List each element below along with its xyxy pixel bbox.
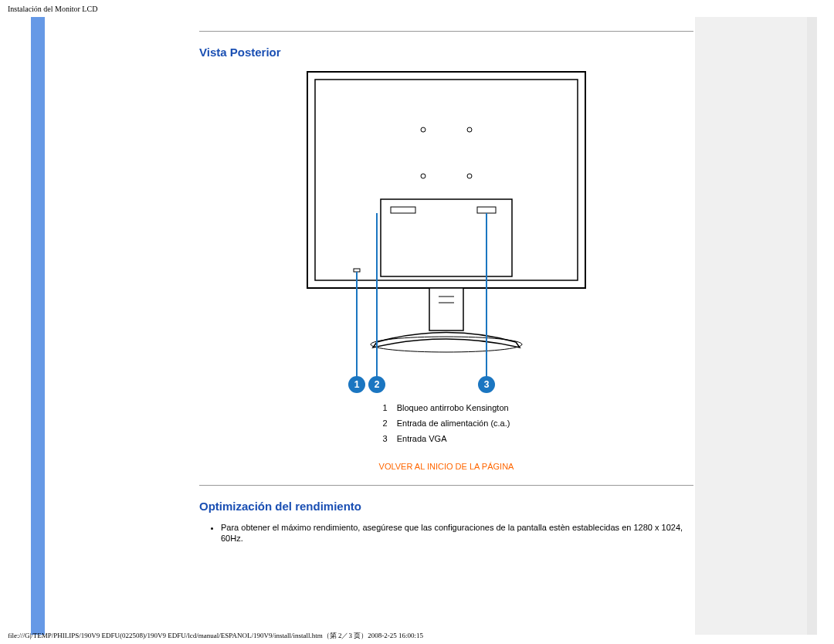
legend-num: 3 — [378, 431, 392, 446]
legend-label: Entrada de alimentación (c.a.) — [392, 415, 515, 431]
legend-row: 3 Entrada VGA — [378, 431, 515, 446]
legend-label: Bloqueo antirrobo Kensington — [392, 400, 515, 415]
svg-rect-6 — [381, 199, 512, 276]
monitor-rear-diagram: 1 2 3 — [261, 68, 632, 400]
divider-mid — [199, 485, 693, 486]
svg-text:2: 2 — [375, 379, 380, 390]
legend-num: 1 — [378, 400, 392, 415]
right-decorative-stripe — [807, 17, 817, 635]
section-title-performance: Optimización del rendimiento — [199, 500, 693, 513]
rear-view-legend: 1 Bloqueo antirrobo Kensington 2 Entrada… — [378, 400, 515, 446]
left-decorative-stripe — [31, 17, 45, 635]
legend-row: 1 Bloqueo antirrobo Kensington — [378, 400, 515, 415]
page-footer-path: file:///G|/TEMP/PHILIPS/190V9 EDFU(02250… — [8, 631, 423, 641]
page-header-title: Instalación del Monitor LCD — [8, 5, 97, 13]
main-content: Vista Posterior 1 2 3 — [199, 17, 693, 547]
svg-text:1: 1 — [354, 379, 360, 390]
performance-list: Para obtener el máximo rendimiento, aseg… — [199, 522, 693, 544]
right-gray-column — [695, 17, 807, 635]
svg-rect-10 — [429, 288, 463, 330]
legend-label: Entrada VGA — [392, 431, 515, 446]
performance-bullet: Para obtener el máximo rendimiento, aseg… — [221, 522, 693, 544]
svg-text:3: 3 — [484, 379, 490, 390]
return-to-top-link[interactable]: VOLVER AL INICIO DE LA PÁGINA — [199, 462, 693, 471]
legend-row: 2 Entrada de alimentación (c.a.) — [378, 415, 515, 431]
section-title-rear-view: Vista Posterior — [199, 46, 693, 59]
legend-num: 2 — [378, 415, 392, 431]
divider-top — [199, 31, 693, 32]
